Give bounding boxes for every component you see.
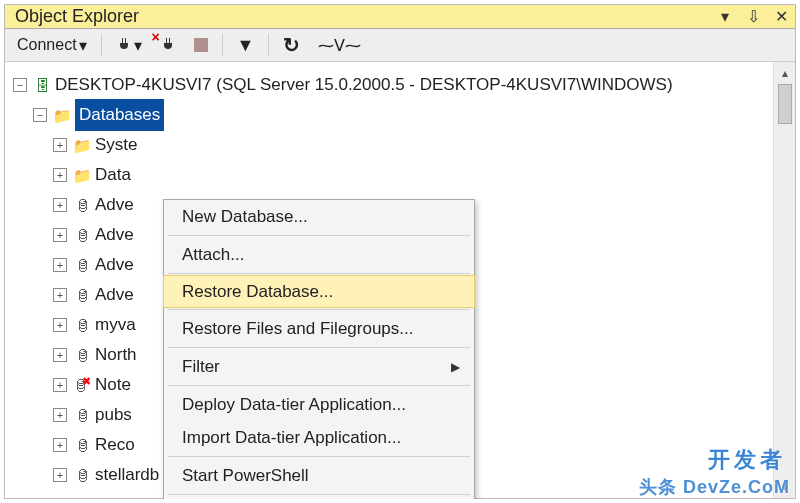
database-icon: 🛢 — [73, 312, 91, 339]
menu-separator — [168, 456, 470, 457]
activity-icon[interactable]: ⁓ᐯ⁓ — [312, 32, 367, 59]
refresh-icon[interactable]: ↻ — [277, 29, 306, 61]
database-offline-icon: 🛢✖ — [73, 372, 91, 399]
database-icon: 🛢 — [73, 282, 91, 309]
close-icon[interactable]: ✕ — [767, 7, 795, 26]
scroll-up-icon[interactable]: ▴ — [774, 62, 795, 84]
dropdown-icon: ▾ — [79, 36, 87, 55]
menu-new-database[interactable]: New Database... — [164, 200, 474, 233]
database-icon: 🛢 — [73, 462, 91, 489]
expand-icon[interactable]: + — [53, 168, 67, 182]
expand-icon[interactable]: + — [53, 408, 67, 422]
database-icon: 🛢 — [73, 252, 91, 279]
expand-icon[interactable]: + — [53, 468, 67, 482]
watermark-text: 头条 DevZe.CoM — [639, 475, 790, 499]
stop-icon[interactable] — [188, 34, 214, 56]
menu-attach[interactable]: Attach... — [164, 238, 474, 271]
pin-icon[interactable]: ⇩ — [739, 7, 767, 26]
menu-separator — [168, 273, 470, 274]
watermark-text: 开发者 — [708, 445, 786, 475]
tree-item-system[interactable]: + 📁 Syste — [9, 130, 769, 160]
expand-icon[interactable]: + — [53, 438, 67, 452]
object-explorer-panel: Object Explorer ▾ ⇩ ✕ Connect ▾ ▾ × ▼ ↻ … — [4, 4, 796, 499]
toolbar-separator — [268, 34, 269, 56]
expand-icon[interactable]: + — [53, 348, 67, 362]
collapse-icon[interactable]: − — [33, 108, 47, 122]
menu-reports[interactable]: Reports▶ — [164, 497, 474, 503]
toolbar-separator — [101, 34, 102, 56]
menu-restore-database[interactable]: Restore Database... — [163, 275, 475, 308]
disconnect-plug-icon[interactable]: × — [154, 33, 182, 57]
database-icon: 🛢 — [73, 222, 91, 249]
scroll-thumb[interactable] — [778, 84, 792, 124]
collapse-icon[interactable]: − — [13, 78, 27, 92]
server-node[interactable]: − 🗄 DESKTOP-4KUSVI7 (SQL Server 15.0.200… — [9, 70, 769, 100]
menu-deploy-dta[interactable]: Deploy Data-tier Application... — [164, 388, 474, 421]
folder-icon: 📁 — [73, 162, 91, 189]
database-icon: 🛢 — [73, 342, 91, 369]
menu-separator — [168, 309, 470, 310]
context-menu: New Database... Attach... Restore Databa… — [163, 199, 475, 503]
folder-icon: 📁 — [73, 132, 91, 159]
server-label: DESKTOP-4KUSVI7 (SQL Server 15.0.2000.5 … — [55, 70, 673, 101]
database-icon: 🛢 — [73, 432, 91, 459]
database-icon: 🛢 — [73, 192, 91, 219]
database-icon: 🛢 — [73, 402, 91, 429]
menu-filter[interactable]: Filter▶ — [164, 350, 474, 383]
menu-separator — [168, 235, 470, 236]
menu-separator — [168, 494, 470, 495]
expand-icon[interactable]: + — [53, 258, 67, 272]
menu-import-dta[interactable]: Import Data-tier Application... — [164, 421, 474, 454]
connect-button[interactable]: Connect ▾ — [11, 32, 93, 59]
menu-restore-files[interactable]: Restore Files and Filegroups... — [164, 312, 474, 345]
server-icon: 🗄 — [33, 72, 51, 99]
tree-item-data[interactable]: + 📁 Data — [9, 160, 769, 190]
panel-titlebar[interactable]: Object Explorer ▾ ⇩ ✕ — [5, 5, 795, 29]
panel-title: Object Explorer — [5, 6, 711, 27]
menu-separator — [168, 347, 470, 348]
menu-start-powershell[interactable]: Start PowerShell — [164, 459, 474, 492]
expand-icon[interactable]: + — [53, 288, 67, 302]
expand-icon[interactable]: + — [53, 378, 67, 392]
folder-icon: 📁 — [53, 102, 71, 129]
menu-separator — [168, 385, 470, 386]
filter-icon[interactable]: ▼ — [231, 31, 261, 60]
expand-icon[interactable]: + — [53, 228, 67, 242]
expand-icon[interactable]: + — [53, 138, 67, 152]
expand-icon[interactable]: + — [53, 198, 67, 212]
submenu-arrow-icon: ▶ — [451, 360, 460, 374]
databases-label: Databases — [75, 99, 164, 132]
window-menu-icon[interactable]: ▾ — [711, 7, 739, 26]
toolbar: Connect ▾ ▾ × ▼ ↻ ⁓ᐯ⁓ — [5, 29, 795, 62]
toolbar-separator — [222, 34, 223, 56]
databases-node[interactable]: − 📁 Databases — [9, 100, 769, 130]
connect-plug-icon[interactable]: ▾ — [110, 32, 148, 59]
expand-icon[interactable]: + — [53, 318, 67, 332]
vertical-scrollbar[interactable]: ▴ ▾ — [773, 62, 795, 498]
content-area: − 🗄 DESKTOP-4KUSVI7 (SQL Server 15.0.200… — [5, 62, 795, 498]
